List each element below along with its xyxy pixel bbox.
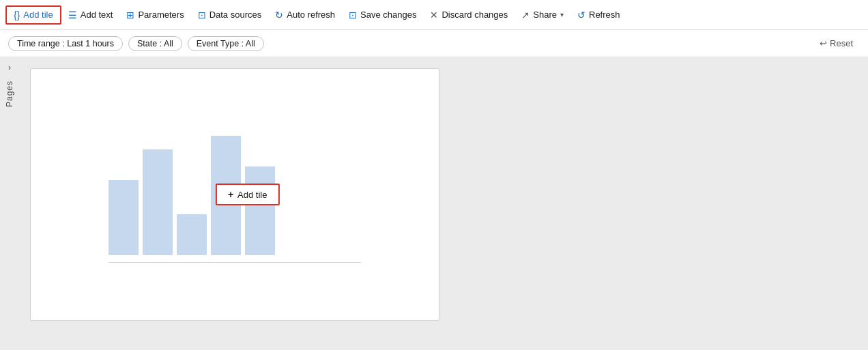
discard-icon: ✕ [430,10,438,20]
share-label: Share [533,10,557,20]
event-type-filter[interactable]: Event Type : All [188,36,264,51]
filter-bar: Time range : Last 1 hours State : All Ev… [0,30,868,57]
auto-refresh-icon: ↻ [275,10,283,20]
plus-icon: + [228,189,233,200]
add-text-icon: ☰ [68,10,77,20]
canvas-area: + Add tile [19,57,868,350]
chart-bar [108,180,139,255]
chevron-down-icon: ▾ [560,11,564,18]
add-tile-button[interactable]: {} Add tile [5,5,61,25]
chart-bar [245,166,275,255]
reset-label: Reset [830,38,853,48]
toolbar: {} Add tile ☰ Add text ⊞ Parameters ⊡ Da… [0,0,868,30]
save-changes-label: Save changes [360,10,416,20]
parameters-icon: ⊞ [126,10,134,20]
reset-icon: ↩ [820,38,827,48]
add-tile-overlay-button[interactable]: + Add tile [216,184,280,205]
reset-button[interactable]: ↩ Reset [813,35,860,51]
add-text-label: Add text [81,10,113,20]
refresh-label: Refresh [589,10,620,20]
add-text-button[interactable]: ☰ Add text [61,7,120,23]
parameters-label: Parameters [138,10,184,20]
share-button[interactable]: ↗ Share ▾ [515,7,570,23]
refresh-icon: ↺ [577,10,585,20]
discard-changes-label: Discard changes [442,10,508,20]
sidebar[interactable]: › Pages [0,57,19,350]
auto-refresh-button[interactable]: ↻ Auto refresh [268,7,342,23]
state-label: State : All [137,39,173,48]
add-tile-icon: {} [14,10,20,20]
add-tile-label: Add tile [23,10,53,20]
data-sources-button[interactable]: ⊡ Data sources [191,7,269,23]
chart-bar [143,149,173,255]
data-sources-label: Data sources [209,10,262,20]
pages-label: Pages [5,81,14,107]
sidebar-chevron-icon: › [8,63,11,72]
event-type-label: Event Type : All [197,39,255,48]
time-range-label: Time range : Last 1 hours [17,39,114,48]
auto-refresh-label: Auto refresh [287,10,335,20]
add-tile-overlay-label: Add tile [237,190,267,200]
parameters-button[interactable]: ⊞ Parameters [119,7,190,23]
state-filter[interactable]: State : All [128,36,182,51]
refresh-button[interactable]: ↺ Refresh [570,7,627,23]
dashboard-canvas: + Add tile [30,68,439,321]
save-changes-button[interactable]: ⊡ Save changes [342,7,423,23]
data-sources-icon: ⊡ [198,10,206,20]
save-icon: ⊡ [349,10,357,20]
discard-changes-button[interactable]: ✕ Discard changes [423,7,515,23]
share-icon: ↗ [521,10,530,20]
main-content: › Pages + Add tile [0,57,868,350]
time-range-filter[interactable]: Time range : Last 1 hours [8,36,123,51]
chart-bar [177,214,207,255]
